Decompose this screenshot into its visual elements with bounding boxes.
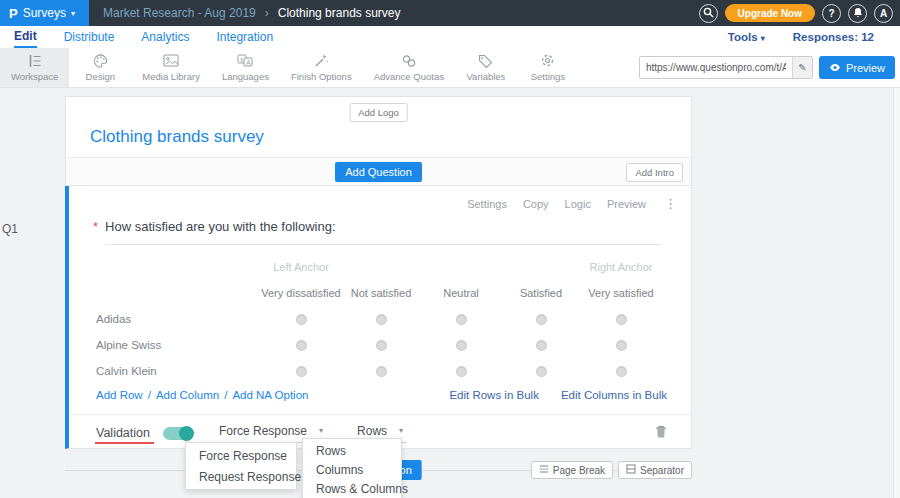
notifications-button[interactable] — [848, 4, 867, 23]
menu-item-rows-and-columns[interactable]: Rows & Columns — [303, 479, 401, 498]
question-logic-link[interactable]: Logic — [565, 198, 591, 210]
menu-item-columns[interactable]: Columns — [303, 460, 401, 479]
column-header[interactable]: Very satisfied — [581, 287, 661, 299]
add-question-button-top[interactable]: Add Question — [335, 162, 422, 182]
page-break-button[interactable]: Page Break — [531, 461, 613, 479]
preview-button[interactable]: Preview — [819, 56, 895, 79]
radio-button[interactable] — [376, 366, 387, 377]
radio-button[interactable] — [456, 340, 467, 351]
help-button[interactable]: ? — [822, 4, 841, 23]
tab-integration[interactable]: Integration — [216, 28, 273, 47]
right-anchor-label[interactable]: Right Anchor — [581, 261, 661, 273]
responses-count[interactable]: Responses: 12 — [793, 31, 874, 43]
edit-columns-bulk-link[interactable]: Edit Columns in Bulk — [561, 389, 667, 401]
column-header[interactable]: Not satisfied — [341, 287, 421, 299]
question-copy-link[interactable]: Copy — [523, 198, 549, 210]
delete-question-button[interactable] — [655, 425, 667, 442]
required-asterisk: * — [93, 219, 98, 235]
left-anchor-label[interactable]: Left Anchor — [261, 261, 341, 273]
toolbar-item-workspace[interactable]: Workspace — [0, 48, 69, 87]
bell-icon — [853, 7, 863, 20]
radio-button[interactable] — [536, 314, 547, 325]
radio-button[interactable] — [616, 366, 627, 377]
tab-analytics[interactable]: Analytics — [141, 28, 189, 47]
editor-toolbar: Workspace Design Media Library xA Langua… — [0, 48, 900, 88]
toolbar-item-finish-options[interactable]: Finish Options — [280, 48, 363, 87]
toggle-knob — [179, 426, 194, 441]
question-settings-link[interactable]: Settings — [467, 198, 507, 210]
image-icon — [163, 53, 179, 68]
product-name: Surveys — [23, 6, 66, 20]
tab-distribute[interactable]: Distribute — [64, 28, 115, 47]
radio-button[interactable] — [376, 314, 387, 325]
add-logo-button[interactable]: Add Logo — [349, 103, 408, 122]
add-row-link[interactable]: Add Row — [96, 389, 143, 401]
survey-canvas: Q1 Add Logo Clothing brands survey Add Q… — [0, 88, 900, 498]
tools-menu[interactable]: Tools ▾ — [728, 31, 765, 43]
toolbar-item-variables[interactable]: Variables — [455, 48, 517, 87]
column-header[interactable]: Neutral — [421, 287, 501, 299]
toolbar-item-languages[interactable]: xA Languages — [211, 48, 280, 87]
question-number: Q1 — [2, 222, 18, 236]
radio-button[interactable] — [296, 366, 307, 377]
upgrade-now-button[interactable]: Upgrade Now — [725, 4, 815, 22]
add-intro-button[interactable]: Add Intro — [626, 163, 683, 182]
divider — [69, 414, 691, 415]
radio-button[interactable] — [296, 340, 307, 351]
toolbar-item-settings[interactable]: Settings — [517, 48, 579, 87]
column-header[interactable]: Very dissatisfied — [261, 287, 341, 299]
row-label[interactable]: Alpine Swiss — [69, 339, 261, 351]
question-preview-link[interactable]: Preview — [607, 198, 646, 210]
edit-url-button[interactable]: ✎ — [792, 57, 812, 78]
radio-button[interactable] — [616, 314, 627, 325]
caret-down-icon: ▾ — [399, 426, 403, 435]
question-actions: Settings Copy Logic Preview ⋮ — [467, 196, 677, 211]
add-na-option-link[interactable]: Add NA Option — [232, 389, 308, 401]
menu-item-force-response[interactable]: Force Response — [186, 445, 296, 466]
avatar[interactable]: A — [874, 4, 893, 23]
force-response-menu: Force Response Request Response — [185, 442, 297, 490]
add-column-link[interactable]: Add Column — [156, 389, 219, 401]
page-break-icon — [539, 464, 549, 476]
radio-button[interactable] — [536, 340, 547, 351]
menu-item-request-response[interactable]: Request Response — [186, 466, 296, 487]
link-separator: / — [224, 389, 227, 401]
separator-icon — [626, 464, 636, 476]
search-button[interactable] — [699, 4, 718, 23]
radio-button[interactable] — [296, 314, 307, 325]
radio-button[interactable] — [616, 340, 627, 351]
survey-title[interactable]: Clothing brands survey — [90, 127, 264, 147]
menu-item-rows[interactable]: Rows — [303, 441, 401, 460]
radio-button[interactable] — [456, 314, 467, 325]
scrollbar[interactable] — [893, 88, 900, 498]
survey-url-input[interactable] — [640, 57, 792, 78]
top-bar: P Surveys ▾ Market Research - Aug 2019 ›… — [0, 0, 900, 26]
surveys-product-menu[interactable]: P Surveys ▾ — [0, 0, 89, 26]
toolbar-item-design[interactable]: Design — [69, 48, 131, 87]
questionpro-logo: P — [9, 6, 18, 21]
breadcrumb-folder[interactable]: Market Research - Aug 2019 — [103, 6, 256, 20]
validation-toggle[interactable] — [163, 427, 193, 440]
search-icon — [703, 7, 714, 20]
row-label[interactable]: Adidas — [69, 313, 261, 325]
row-label[interactable]: Calvin Klein — [69, 365, 261, 377]
trash-icon — [655, 425, 667, 442]
question-text[interactable]: How satisfied are you with the following… — [105, 219, 661, 245]
separator-button[interactable]: Separator — [618, 461, 692, 479]
chain-links-icon — [401, 53, 417, 68]
radio-button[interactable] — [456, 366, 467, 377]
column-header-row: Very dissatisfied Not satisfied Neutral … — [69, 276, 691, 306]
radio-button[interactable] — [376, 340, 387, 351]
column-header[interactable]: Satisfied — [501, 287, 581, 299]
gear-icon — [540, 53, 555, 68]
radio-button[interactable] — [536, 366, 547, 377]
breadcrumb: Market Research - Aug 2019 › Clothing br… — [103, 0, 400, 26]
matrix-row-alpine-swiss: Alpine Swiss — [69, 332, 691, 358]
magic-wand-icon — [314, 53, 329, 68]
toolbar-item-media-library[interactable]: Media Library — [131, 48, 211, 87]
edit-rows-bulk-link[interactable]: Edit Rows in Bulk — [449, 389, 538, 401]
more-options-icon[interactable]: ⋮ — [664, 196, 677, 211]
tab-edit[interactable]: Edit — [14, 27, 37, 48]
toolbar-item-advance-quotas[interactable]: Advance Quotas — [363, 48, 455, 87]
eye-icon — [829, 62, 841, 74]
